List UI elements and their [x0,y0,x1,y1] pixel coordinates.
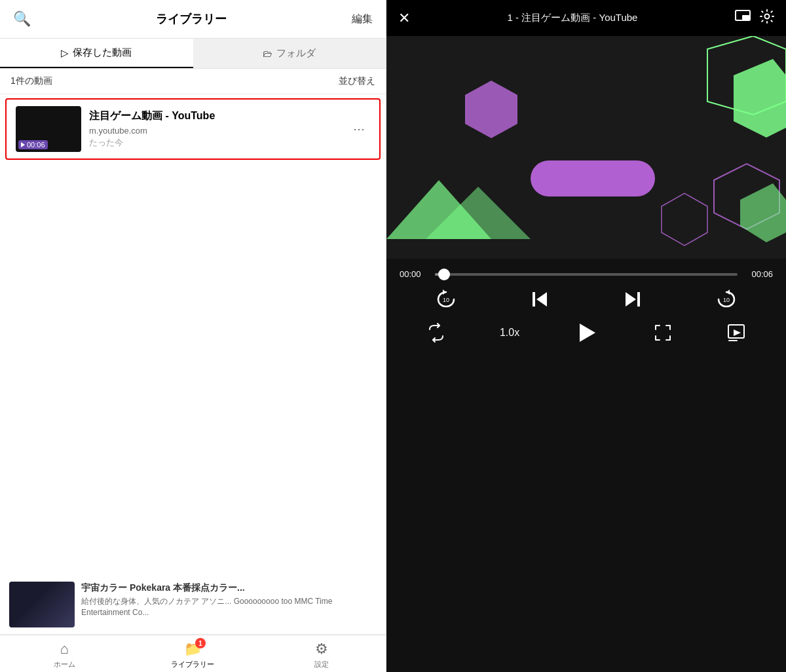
settings-icon: ⚙ [315,641,328,658]
svg-text:10: 10 [723,297,730,303]
play-button[interactable] [573,320,599,346]
current-time: 00:00 [400,269,428,279]
main-controls: 10 [400,288,773,310]
close-button[interactable]: ✕ [398,10,410,27]
video-count: 1件の動画 [10,75,52,87]
speed-label: 1.0x [500,327,519,339]
home-icon: ⌂ [60,641,69,658]
nav-item-home[interactable]: ⌂ ホーム [0,641,128,669]
search-icon[interactable]: 🔍 [13,10,31,28]
library-nav-icon: 📁1 [184,641,202,658]
forward-10-button[interactable]: 10 [715,288,738,310]
bottom-navigation: ⌂ ホーム 📁1 ライブラリー ⚙ 設定 [0,635,386,672]
video-title: 注目ゲーム動画 - YouTube [89,109,340,123]
ad-info: 宇宙カラー Pokekara 本番採点カラー... 給付後的な身体、人気のノカテ… [75,582,377,627]
nav-item-library[interactable]: 📁1 ライブラリー [128,641,257,669]
nav-label-settings: 設定 [314,660,329,669]
video-timestamp: たった今 [89,137,340,149]
video-info: 注目ゲーム動画 - YouTube m.youtube.com たった今 [81,109,348,149]
edit-button[interactable]: 編集 [352,12,373,26]
sort-row: 1件の動画 並び替え [0,69,386,94]
library-title: ライブラリー [156,11,227,27]
rewind-10-button[interactable]: 10 [435,288,457,310]
folder-tab-icon: 🗁 [263,48,272,59]
play-icon-small [21,142,25,147]
svg-rect-17 [637,292,640,307]
svg-rect-22 [728,340,738,341]
progress-row: 00:00 00:06 [400,269,773,279]
fullscreen-button[interactable] [653,323,673,343]
nav-label-home: ホーム [54,660,75,669]
ad-description: 給付後的な身体、人気のノカテア アソニ... Gooooooooo too MM… [81,596,370,618]
player-controls: 00:00 00:06 10 [386,259,786,672]
pip-icon[interactable] [735,10,751,26]
video-list-item[interactable]: 00:06 注目ゲーム動画 - YouTube m.youtube.com たっ… [5,98,381,160]
video-thumbnail: 00:06 [16,106,81,152]
svg-marker-14 [536,292,547,307]
player-header: ✕ 1 - 注目ゲーム動画 - YouTube [386,0,786,36]
svg-rect-1 [742,15,749,20]
ad-thumbnail [9,582,75,627]
ad-title: 宇宙カラー Pokekara 本番採点カラー... [81,582,370,593]
progress-bar[interactable] [435,273,738,276]
svg-rect-7 [531,160,655,196]
left-header: 🔍 ライブラリー 編集 [0,0,386,39]
tab-saved-videos[interactable]: ▷ 保存した動画 [0,39,193,68]
secondary-controls: 1.0x [400,320,773,346]
svg-marker-16 [626,292,636,307]
more-options-button[interactable]: ⋯ [348,117,370,141]
tabs-row: ▷ 保存した動画 🗁 フォルダ [0,39,386,69]
svg-rect-15 [533,292,535,307]
ad-item[interactable]: 宇宙カラー Pokekara 本番採点カラー... 給付後的な身体、人気のノカテ… [0,575,386,635]
right-panel: ✕ 1 - 注目ゲーム動画 - YouTube [386,0,786,672]
header-icons [735,9,774,27]
video-duration: 00:06 [18,140,48,149]
svg-text:10: 10 [443,297,449,303]
svg-marker-19 [580,324,595,342]
saved-videos-icon: ▷ [61,47,69,59]
svg-point-2 [765,14,770,19]
video-display[interactable] [386,36,786,259]
game-frame [386,36,786,259]
gear-icon[interactable] [760,9,774,27]
speed-button[interactable]: 1.0x [500,327,519,339]
nav-label-library: ライブラリー [171,660,214,669]
player-title: 1 - 注目ゲーム動画 - YouTube [410,12,735,24]
left-panel: 🔍 ライブラリー 編集 ▷ 保存した動画 🗁 フォルダ 1件の動画 並び替え 0… [0,0,386,672]
repeat-button[interactable] [426,323,446,343]
total-time: 00:06 [744,269,773,279]
nav-item-settings[interactable]: ⚙ 設定 [257,641,386,669]
library-badge-wrap: 📁1 [184,641,202,658]
playlist-button[interactable] [726,323,746,343]
tab-folder[interactable]: 🗁 フォルダ [193,39,386,68]
tab-saved-label: 保存した動画 [73,47,132,59]
sort-button[interactable]: 並び替え [339,75,375,87]
library-badge: 1 [195,638,206,648]
tab-folder-label: フォルダ [276,47,316,60]
video-url: m.youtube.com [89,126,340,136]
progress-thumb[interactable] [438,269,450,280]
skip-next-button[interactable] [622,288,644,310]
svg-marker-21 [734,329,741,336]
skip-previous-button[interactable] [529,288,551,310]
